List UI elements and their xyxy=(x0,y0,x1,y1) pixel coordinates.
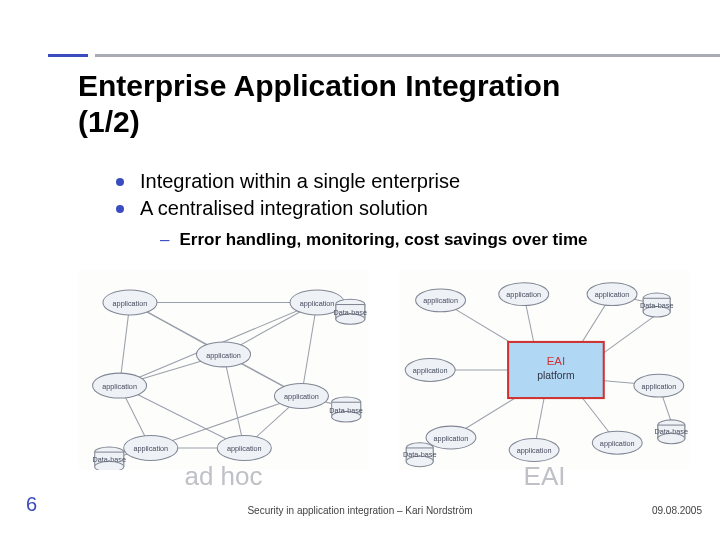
bullet-1-text: Integration within a single enterprise xyxy=(140,170,460,193)
svg-text:application: application xyxy=(595,290,630,299)
app-node: application xyxy=(509,439,559,462)
app-node: application xyxy=(124,435,178,460)
svg-text:application: application xyxy=(434,434,469,443)
adhoc-svg: application application Data-base applic… xyxy=(78,270,369,470)
svg-line-5 xyxy=(301,302,317,396)
bullet-icon xyxy=(116,205,124,213)
bullet-1: Integration within a single enterprise xyxy=(116,170,588,193)
db-node: Data-base xyxy=(92,447,126,470)
svg-text:application: application xyxy=(227,444,262,453)
footer-date: 09.08.2005 xyxy=(652,505,702,516)
svg-text:Data-base: Data-base xyxy=(640,301,674,310)
sub-bullet-1: – Error handling, monitoring, cost savin… xyxy=(160,230,588,250)
eai-label1: EAI xyxy=(547,355,565,367)
svg-line-9 xyxy=(224,354,245,448)
bullet-2: A centralised integration solution xyxy=(116,197,588,220)
db-node: Data-base xyxy=(334,299,368,324)
eai-svg: EAI platform application application app… xyxy=(399,270,690,470)
svg-text:Data-base: Data-base xyxy=(329,406,363,415)
svg-text:application: application xyxy=(506,290,541,299)
app-node: application xyxy=(274,384,328,409)
svg-text:application: application xyxy=(423,296,458,305)
page-title: Enterprise Application Integration (1/2) xyxy=(78,68,560,140)
svg-line-53 xyxy=(602,313,659,355)
diagram-eai: EAI platform application application app… xyxy=(399,270,690,470)
app-node: application xyxy=(217,435,271,460)
svg-text:application: application xyxy=(206,351,241,360)
diagram-adhoc: application application Data-base applic… xyxy=(78,270,369,470)
app-node: application xyxy=(416,289,466,312)
svg-text:application: application xyxy=(113,299,148,308)
svg-text:application: application xyxy=(102,382,137,391)
dash-icon: – xyxy=(160,230,169,250)
footer-center: Security in application integration – Ka… xyxy=(247,505,472,516)
adhoc-caption: ad hoc xyxy=(184,461,262,492)
app-node: application xyxy=(103,290,157,315)
diagrams-row: application application Data-base applic… xyxy=(78,270,690,470)
svg-text:Data-base: Data-base xyxy=(92,455,126,464)
page-number: 6 xyxy=(26,493,37,516)
svg-text:application: application xyxy=(641,382,676,391)
svg-text:Data-base: Data-base xyxy=(334,308,368,317)
sub-bullet-1-text: Error handling, monitoring, cost savings… xyxy=(179,230,587,250)
db-node: Data-base xyxy=(655,420,689,444)
app-node: application xyxy=(405,359,455,382)
svg-text:application: application xyxy=(133,444,168,453)
db-node: Data-base xyxy=(403,443,437,467)
eai-label2: platform xyxy=(537,370,574,381)
header-rule xyxy=(48,54,720,57)
db-node: Data-base xyxy=(329,397,363,422)
bullet-icon xyxy=(116,178,124,186)
db-node: Data-base xyxy=(640,293,674,317)
svg-text:Data-base: Data-base xyxy=(403,450,437,459)
app-node: application xyxy=(196,342,250,367)
title-line1: Enterprise Application Integration xyxy=(78,69,560,102)
eai-caption: EAI xyxy=(524,461,566,492)
app-node: application xyxy=(587,283,637,306)
app-node: application xyxy=(499,283,549,306)
app-node: application xyxy=(634,374,684,397)
app-node: application xyxy=(592,431,642,454)
bullet-list: Integration within a single enterprise A… xyxy=(116,170,588,250)
svg-text:application: application xyxy=(413,366,448,375)
svg-text:application: application xyxy=(600,439,635,448)
bullet-2-text: A centralised integration solution xyxy=(140,197,428,220)
svg-text:application: application xyxy=(300,299,335,308)
svg-text:application: application xyxy=(517,446,552,455)
app-node: application xyxy=(426,426,476,449)
app-node: application xyxy=(93,373,147,398)
svg-text:application: application xyxy=(284,392,319,401)
title-line2: (1/2) xyxy=(78,105,140,138)
svg-text:Data-base: Data-base xyxy=(655,427,689,436)
